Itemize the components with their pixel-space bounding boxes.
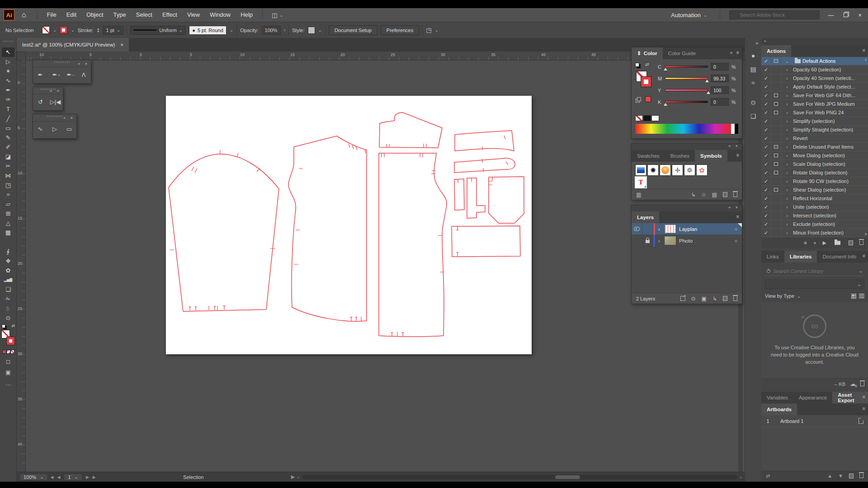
drawing-modes-button[interactable]: ◻ (6, 358, 10, 365)
artboard-tool[interactable]: ❏ (2, 285, 14, 294)
toggle-check-icon[interactable]: ✓ (761, 169, 771, 177)
action-label[interactable]: Simplify (selection) (793, 118, 868, 124)
expand-icon[interactable]: › (781, 76, 793, 81)
toolbar-grip[interactable] (3, 41, 13, 42)
first-artboard-icon[interactable]: ◀ (51, 475, 54, 479)
minimize-button[interactable]: — (828, 12, 834, 19)
screen-mode-button[interactable]: ▣ (5, 369, 10, 375)
artboard-name[interactable]: Artboard 1 (775, 418, 859, 424)
dialog-toggle[interactable] (771, 220, 781, 229)
action-label[interactable]: Simplify Straight (selection) (793, 127, 868, 132)
tab-libraries[interactable]: Libraries (784, 251, 817, 263)
delete-layer-icon[interactable] (733, 296, 737, 301)
chevron-down-icon[interactable]: ⌄ (179, 28, 183, 33)
color-spectrum-bar[interactable] (635, 124, 738, 134)
symbol-twirl[interactable]: ❁ (684, 164, 695, 176)
yellow-slider-thumb[interactable] (707, 91, 710, 94)
action-label[interactable]: Opacity 40 Screen (selecti... (793, 75, 868, 81)
scroll-right-icon[interactable]: › (740, 474, 742, 480)
expand-icon[interactable]: › (781, 93, 793, 98)
reflect-tool[interactable]: ▷|◀ (49, 97, 62, 107)
panel-collapse-close[interactable]: « × (632, 205, 742, 211)
chevron-down-icon[interactable]: ⌄ (318, 28, 322, 33)
action-row[interactable]: ✓›Minus Front (selection)▼ (761, 229, 868, 237)
default-swatches-icon[interactable] (635, 63, 639, 67)
symbol-blue-gradient[interactable] (635, 164, 646, 176)
lock-toggle[interactable] (642, 223, 653, 235)
dialog-toggle[interactable] (771, 211, 781, 220)
move-down-icon[interactable]: ▼ (838, 473, 843, 479)
magic-wand-tool[interactable]: ✶ (2, 66, 14, 76)
symbol-libraries-icon[interactable]: ▥ (636, 192, 641, 198)
visibility-toggle[interactable] (632, 223, 642, 235)
toggle-check-icon[interactable]: ✓ (761, 160, 771, 169)
collect-for-export-icon[interactable] (680, 296, 685, 301)
line-segment-tool[interactable]: ╱ (2, 114, 14, 123)
new-symbol-icon[interactable] (723, 192, 727, 197)
break-link-icon[interactable]: ⊘ (702, 192, 706, 198)
close-button[interactable]: × (858, 12, 862, 19)
symbol-orange-orb[interactable] (660, 164, 671, 176)
dialog-toggle[interactable] (771, 117, 781, 126)
artboard-nav-field[interactable]: 1 ⌄ (64, 474, 82, 481)
rectangle-tool[interactable]: ▭ (2, 123, 14, 133)
rearrange-artboards-icon[interactable]: ⇄ (766, 473, 770, 479)
dialog-toggle[interactable] (771, 126, 781, 134)
previous-artboard-icon[interactable]: ◀ (57, 475, 60, 479)
action-label[interactable]: Delete Unused Panel Items (793, 144, 868, 150)
selection-tool[interactable]: ↖ (2, 47, 14, 57)
swatches-panel-icon[interactable]: ▤ (750, 66, 756, 73)
palette-header[interactable]: « × (33, 61, 91, 67)
stroke-red-swatch[interactable] (641, 76, 651, 87)
menu-type[interactable]: Type (108, 8, 131, 22)
expand-icon[interactable]: › (781, 153, 793, 158)
panel-menu-icon[interactable]: ≡ (736, 50, 739, 55)
menu-object[interactable]: Object (81, 8, 108, 22)
action-set-label[interactable]: Default Actions (802, 58, 868, 64)
align-options-icon[interactable]: ◳ (426, 27, 431, 33)
expand-icon[interactable]: › (781, 230, 793, 235)
brushes-panel-icon[interactable]: ≈ (751, 79, 755, 86)
cyan-slider[interactable] (665, 66, 708, 68)
symbol-ink-splat[interactable]: ✺ (647, 164, 659, 176)
reflect-tool[interactable]: ⋈ (2, 171, 14, 180)
chevron-down-icon[interactable]: ⌄ (859, 268, 863, 273)
toggle-check-icon[interactable]: ✓ (761, 117, 771, 126)
expand-icon[interactable]: › (781, 136, 793, 141)
black-slider-thumb[interactable] (664, 103, 667, 106)
out-of-gamut-icon[interactable] (637, 97, 641, 101)
locate-object-icon[interactable]: ⊙ (691, 296, 696, 302)
action-label[interactable]: Exclude (selection) (793, 221, 868, 227)
dialog-toggle[interactable] (771, 74, 781, 83)
cyan-value[interactable]: 0 (711, 63, 729, 70)
action-label[interactable]: Shear Dialog (selection) (793, 187, 868, 192)
tab-document-info[interactable]: Document Info (817, 251, 862, 263)
expand-icon[interactable]: › (781, 162, 793, 167)
artboard-row[interactable]: 1 Artboard 1 (761, 415, 868, 427)
width-tool[interactable]: ≈ (2, 190, 14, 199)
dialog-toggle[interactable] (771, 177, 781, 186)
action-label[interactable]: Intersect (selection) (793, 213, 868, 218)
chevron-down-icon[interactable]: ⌄ (117, 28, 120, 33)
action-row-default-actions[interactable]: ✓ − ⌄ Default Actions ▲ (761, 57, 868, 66)
layer-name[interactable]: Photo (677, 238, 730, 244)
toggle-check-icon[interactable]: ✓ (761, 177, 771, 186)
palette-grip[interactable] (54, 61, 70, 63)
chevron-down-icon[interactable]: ⌄ (75, 474, 78, 479)
paintbrush-tool[interactable]: ✎ (2, 133, 14, 142)
none-swatch[interactable] (635, 115, 643, 121)
magenta-slider[interactable] (665, 77, 708, 80)
eyedropper-tool[interactable]: ∮ (2, 247, 14, 256)
action-row[interactable]: ✓›Simplify (selection) (761, 117, 868, 126)
lock-toggle[interactable] (642, 235, 653, 247)
add-anchor-point-tool[interactable]: ✒+ (48, 70, 61, 80)
delete-artboard-icon[interactable] (859, 474, 863, 478)
toggle-check-icon[interactable]: ✓ (761, 83, 771, 91)
scroll-up-icon[interactable]: ▲ (864, 57, 868, 61)
dialog-toggle[interactable] (771, 186, 781, 194)
dialog-toggle[interactable] (771, 169, 781, 177)
library-select[interactable]: ⌄ (765, 280, 864, 289)
action-row[interactable]: ✓›Rotate Dialog (selection) (761, 169, 868, 177)
yellow-value[interactable]: 100 (711, 86, 729, 94)
action-row[interactable]: ✓›Apply Default Style (select... (761, 83, 868, 91)
